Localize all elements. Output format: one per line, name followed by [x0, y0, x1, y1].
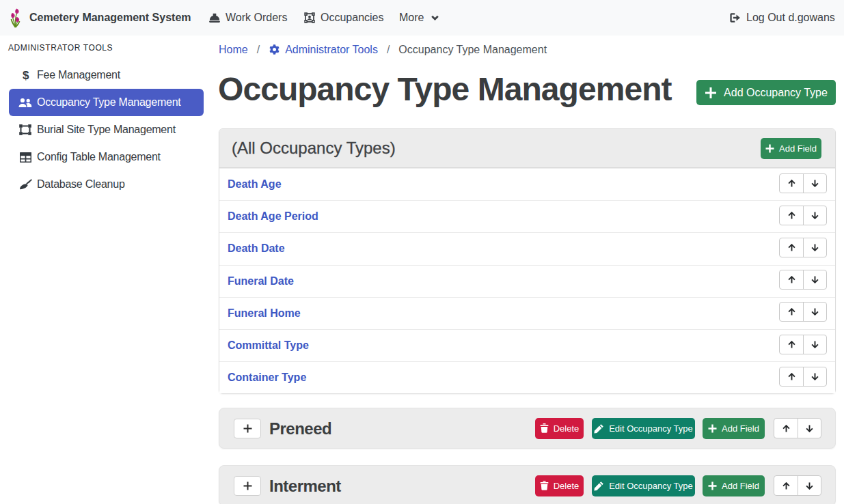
svg-text:$: $ [22, 69, 29, 81]
